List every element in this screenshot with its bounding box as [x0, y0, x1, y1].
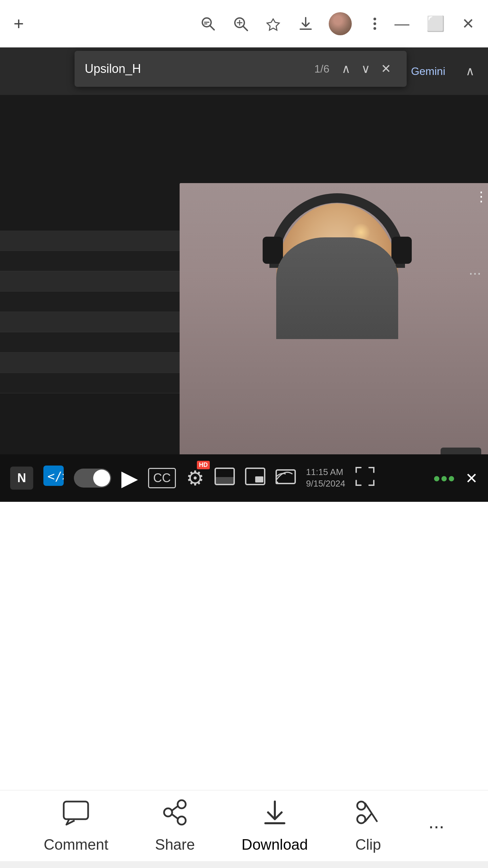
svg-line-33: [365, 814, 371, 821]
more-actions-button[interactable]: ···: [428, 815, 444, 837]
action-bar: Comment Share: [0, 790, 488, 861]
svg-line-26: [172, 806, 178, 810]
svg-point-30: [357, 802, 365, 810]
svg-rect-22: [64, 802, 88, 819]
clip-action[interactable]: Clip: [354, 799, 382, 853]
svg-text:</>: </>: [47, 469, 64, 483]
svg-point-23: [178, 800, 186, 808]
settings-button[interactable]: ⚙ HD: [186, 466, 204, 490]
svg-line-3: [210, 26, 214, 30]
comment-icon: [62, 799, 89, 831]
headphone-right: [391, 237, 412, 264]
gemini-label: Gemini: [411, 65, 445, 78]
comment-action[interactable]: Comment: [44, 799, 108, 853]
svg-point-13: [373, 27, 376, 30]
svg-marker-8: [267, 19, 279, 30]
svg-point-21: [276, 481, 278, 484]
minimize-button[interactable]: —: [394, 15, 409, 32]
user-avatar[interactable]: [329, 12, 352, 35]
toggle-thumb: [93, 470, 110, 487]
play-button[interactable]: ▶: [121, 466, 138, 491]
svg-rect-2: [204, 23, 207, 24]
vscode-icon[interactable]: </>: [43, 466, 64, 491]
share-icon: [161, 799, 188, 831]
svg-point-31: [357, 815, 365, 823]
mini-player-button[interactable]: [245, 468, 265, 489]
svg-point-12: [373, 22, 376, 25]
browser-chrome: +: [0, 0, 488, 47]
close-button[interactable]: ✕: [462, 15, 474, 32]
download-label: Download: [242, 836, 308, 853]
find-prev-button[interactable]: ∧: [336, 59, 356, 79]
strip-6: [0, 332, 180, 353]
find-icon[interactable]: [199, 14, 218, 33]
video-options-button[interactable]: ···: [469, 264, 481, 281]
player-controls: N </> ▶ CC ⚙ HD: [10, 466, 433, 491]
theater-mode-button[interactable]: [215, 468, 235, 489]
browser-menu-icon[interactable]: [365, 14, 384, 33]
strip-4: [0, 292, 180, 312]
main-content: ✓ RAM Disk ▼ + Gemini ∧: [0, 47, 488, 502]
strip-7: [0, 353, 180, 373]
bookmark-icon[interactable]: [264, 14, 283, 33]
find-close-button[interactable]: ✕: [375, 59, 396, 79]
svg-point-24: [164, 808, 172, 816]
comment-label: Comment: [44, 836, 108, 853]
sidebar-strips: [0, 231, 180, 393]
maximize-button[interactable]: ⬜: [426, 15, 445, 33]
share-action[interactable]: Share: [155, 799, 195, 853]
find-bar: 1/6 ∧ ∨ ✕: [75, 51, 407, 87]
bottom-section: Comment Share: [0, 502, 488, 861]
find-input[interactable]: [85, 62, 308, 76]
window-controls: — ⬜ ✕: [394, 15, 474, 33]
svg-point-25: [178, 816, 186, 825]
strip-8: [0, 373, 180, 393]
dark-area: ⋮: [0, 95, 488, 502]
svg-rect-1: [204, 22, 209, 23]
video-player-bar: N </> ▶ CC ⚙ HD: [0, 454, 488, 502]
cc-button[interactable]: CC: [148, 468, 176, 488]
strip-2: [0, 251, 180, 271]
svg-rect-19: [255, 476, 263, 482]
strip-3: [0, 271, 180, 292]
strip-5: [0, 312, 180, 332]
face-shape: [276, 203, 398, 339]
download-action[interactable]: Download: [242, 799, 308, 853]
hd-badge: HD: [197, 461, 210, 469]
shirt: [276, 237, 398, 339]
svg-line-5: [243, 26, 247, 31]
cast-button[interactable]: [276, 467, 296, 489]
strip-1: [0, 231, 180, 251]
zoom-icon[interactable]: [231, 14, 250, 33]
find-next-button[interactable]: ∨: [356, 59, 375, 79]
find-count: 1/6: [314, 63, 329, 75]
svg-point-11: [373, 18, 376, 20]
autoplay-toggle[interactable]: [74, 469, 111, 488]
notion-icon[interactable]: N: [10, 467, 33, 490]
collapse-button[interactable]: ∧: [462, 64, 478, 78]
fullscreen-button[interactable]: [355, 467, 374, 489]
browser-controls: [199, 12, 384, 35]
new-tab-button[interactable]: +: [14, 14, 24, 34]
video-more-button[interactable]: ⋮: [474, 189, 488, 204]
clip-label: Clip: [355, 836, 381, 853]
headphone-left: [263, 237, 283, 264]
timestamp-label: 11:15 AM9/15/2024: [306, 467, 345, 490]
close-overlay-button[interactable]: ✕: [465, 470, 478, 487]
green-dots: ●●●: [433, 471, 455, 485]
svg-line-27: [172, 814, 178, 818]
share-label: Share: [155, 836, 195, 853]
svg-rect-17: [215, 477, 234, 485]
download-browser-icon[interactable]: [296, 14, 315, 33]
clip-icon: [354, 799, 382, 831]
download-icon: [261, 799, 288, 831]
